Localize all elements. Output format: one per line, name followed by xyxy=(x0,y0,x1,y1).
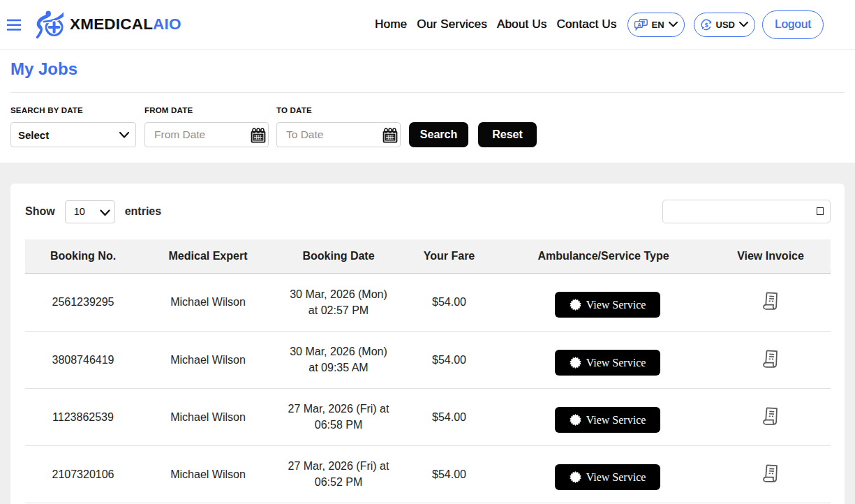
svg-text:$: $ xyxy=(704,21,708,28)
svg-text:A: A xyxy=(638,21,642,27)
